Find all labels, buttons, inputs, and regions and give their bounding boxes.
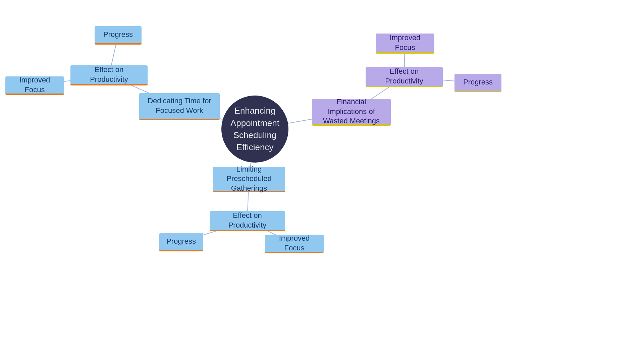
- node-improved-focus-bottom-label: Improved Focus: [271, 234, 318, 253]
- node-financial-label: Financial Implications of Wasted Meeting…: [318, 97, 385, 126]
- node-improved-focus-bottom[interactable]: Improved Focus: [265, 235, 324, 253]
- node-progress-bottom[interactable]: Progress: [159, 233, 203, 251]
- node-improved-focus-right[interactable]: Improved Focus: [376, 34, 434, 54]
- node-effect-right[interactable]: Effect on Productivity: [366, 67, 443, 87]
- node-financial[interactable]: Financial Implications of Wasted Meeting…: [312, 99, 391, 126]
- node-limiting-label: Limiting Prescheduled Gatherings: [219, 165, 279, 193]
- node-improved-focus-left-label: Improved Focus: [11, 75, 58, 95]
- node-progress-right-label: Progress: [463, 77, 493, 87]
- node-effect-right-label: Effect on Productivity: [372, 67, 437, 86]
- node-improved-focus-right-label: Improved Focus: [382, 33, 428, 52]
- node-progress-left[interactable]: Progress: [95, 26, 142, 45]
- node-progress-right[interactable]: Progress: [454, 74, 501, 92]
- node-effect-bottom[interactable]: Effect on Productivity: [210, 211, 285, 231]
- node-effect-left[interactable]: Effect on Productivity: [70, 65, 148, 85]
- node-effect-bottom-label: Effect on Productivity: [216, 211, 279, 230]
- center-label: Enhancing AppointmentScheduling Efficien…: [228, 105, 282, 154]
- node-effect-left-label: Effect on Productivity: [76, 65, 142, 84]
- node-dedicating-label: Dedicating Time for Focused Work: [145, 96, 214, 115]
- node-improved-focus-left[interactable]: Improved Focus: [5, 76, 64, 95]
- center-node: Enhancing AppointmentScheduling Efficien…: [221, 96, 288, 163]
- node-limiting[interactable]: Limiting Prescheduled Gatherings: [213, 167, 285, 192]
- node-dedicating[interactable]: Dedicating Time for Focused Work: [139, 93, 220, 120]
- node-progress-left-label: Progress: [103, 30, 133, 40]
- node-progress-bottom-label: Progress: [166, 237, 196, 246]
